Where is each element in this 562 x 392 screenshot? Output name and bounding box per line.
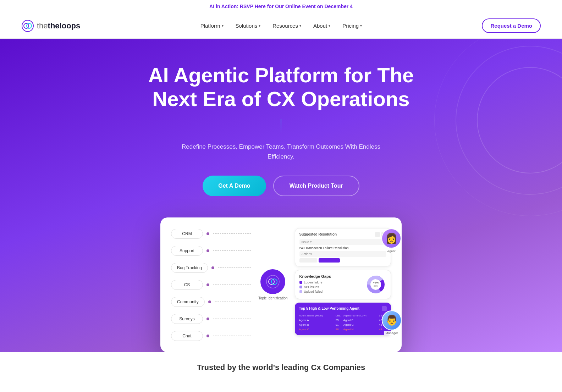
trusted-title: Trusted by the world's leading Cx Compan… [14, 363, 548, 372]
refresh-icon[interactable] [375, 232, 380, 237]
nav-platform[interactable]: Platform ▾ [195, 20, 228, 32]
node-label-chat: Chat [171, 331, 203, 341]
node-dot [206, 335, 209, 337]
resolution-value: 240 Transaction Failure Resolution [299, 246, 386, 250]
performer-card: Top 5 High & Low Performing Agent Agent … [295, 303, 391, 335]
node-line [218, 267, 251, 268]
svg-text:40%: 40% [373, 281, 379, 284]
node-label-bug-tracking: Bug Tracking [171, 263, 208, 273]
hub-icon-circle [260, 269, 285, 294]
table-row-highlight: Agent C88 Agent H48 [299, 327, 387, 332]
banner-prefix: AI in Action: [209, 4, 238, 9]
logo-text: thetheloops [37, 21, 80, 31]
node-line [213, 285, 251, 285]
node-line [213, 336, 251, 336]
resolution-title: Suggested Resolution [299, 232, 337, 236]
logo[interactable]: thetheloops [21, 20, 80, 32]
dashboard-preview: CRM Support Bug Tracking CS [160, 217, 402, 352]
legend-dot [299, 290, 302, 293]
node-line [213, 319, 251, 319]
legend-item-api: API issues [299, 285, 362, 289]
trusted-section: Trusted by the world's leading Cx Compan… [0, 352, 562, 383]
node-label-crm: CRM [171, 229, 203, 239]
legend-item-login: Log-in failure [299, 281, 362, 284]
node-dot [211, 266, 214, 269]
knowledge-title: Knowledge Gaps [299, 274, 362, 278]
agent-avatar: 👩 [381, 228, 401, 248]
hero-section: AI Agentic Platform for The Next Era of … [0, 39, 562, 352]
nav-solutions[interactable]: Solutions ▾ [231, 20, 266, 32]
watch-tour-button[interactable]: Watch Product Tour [273, 176, 359, 196]
node-row-bug-tracking: Bug Tracking [171, 263, 251, 273]
col-agent-high: Agent name (High) [299, 313, 336, 318]
nav-resources[interactable]: Resources ▾ [268, 20, 306, 32]
node-row-crm: CRM [171, 229, 251, 239]
donut-chart: 40% 35% [365, 274, 386, 295]
hero-buttons: Get A Demo Watch Product Tour [203, 176, 359, 196]
deco-circle-3 [434, 39, 562, 216]
chevron-icon: ▾ [329, 24, 330, 28]
legend-item-upload: Upload failed [299, 290, 362, 293]
announcement-banner: AI in Action: RSVP Here for Our Online E… [0, 0, 562, 13]
node-row-community: Community [171, 297, 251, 307]
node-row-support: Support [171, 246, 251, 256]
chevron-icon: ▾ [299, 24, 301, 28]
resolution-header: Suggested Resolution [299, 232, 386, 237]
node-dot [208, 300, 211, 303]
node-dot [206, 249, 209, 252]
table-header-row: Agent name (High) LBL Agent name (Low) L… [299, 313, 387, 318]
node-dot [206, 283, 209, 286]
col-lbl1: LBL [336, 313, 343, 318]
banner-text: RSVP Here for Our Online Event on Decemb… [240, 4, 353, 9]
agent-avatar-container: 👩 Agent [381, 228, 401, 253]
get-demo-button[interactable]: Get A Demo [203, 176, 266, 196]
legend-dot [299, 281, 302, 284]
performer-header: Top 5 High & Low Performing Agent [299, 306, 387, 311]
hub-center: Topic Identification [258, 228, 287, 352]
navbar: thetheloops Platform ▾ Solutions ▾ Resou… [0, 13, 562, 39]
performer-title: Top 5 High & Low Performing Agent [299, 307, 360, 310]
request-demo-button[interactable]: Request a Demo [482, 18, 541, 33]
node-row-chat: Chat [171, 331, 251, 341]
hero-divider [281, 119, 281, 133]
hub-logo-icon [266, 275, 280, 289]
issue-field: Issue # [299, 239, 386, 245]
dashboard-cards: Suggested Resolution Issue # 240 Transac… [295, 228, 391, 352]
node-label-surveys: Surveys [171, 314, 203, 324]
node-row-surveys: Surveys [171, 314, 251, 324]
chevron-icon: ▾ [259, 24, 260, 28]
node-line [215, 302, 252, 302]
nav-pricing[interactable]: Pricing ▾ [337, 20, 367, 32]
integration-nodes: CRM Support Bug Tracking CS [171, 228, 251, 352]
node-dot [206, 318, 209, 320]
node-label-support: Support [171, 246, 203, 256]
col-agent-low: Agent name (Low) [343, 313, 379, 318]
table-row: Agent A95 Agent F42 [299, 318, 387, 322]
agent-label: Agent [386, 249, 397, 253]
performer-table: Agent name (High) LBL Agent name (Low) L… [299, 313, 387, 332]
manager-avatar: 👨 [382, 310, 402, 330]
hero-subtitle: Redefine Processes, Empower Teams, Trans… [175, 142, 387, 161]
node-dot [206, 232, 209, 235]
table-row: Agent B91 Agent G45 [299, 322, 387, 327]
knowledge-info: Knowledge Gaps Log-in failure API issues… [299, 274, 362, 294]
svg-text:35%: 35% [374, 285, 378, 287]
manager-label: Manager [384, 331, 400, 335]
actions-field: Actions [299, 251, 386, 257]
nav-links: Platform ▾ Solutions ▾ Resources ▾ About… [195, 20, 367, 32]
node-row-cs: CS [171, 280, 251, 290]
chevron-icon: ▾ [360, 24, 362, 28]
chevron-icon: ▾ [222, 24, 224, 28]
hero-title: AI Agentic Platform for The Next Era of … [139, 64, 423, 111]
manager-avatar-container: 👨 Manager [382, 310, 402, 335]
logo-icon [21, 20, 34, 32]
legend-dot [299, 286, 302, 288]
banner-link[interactable]: AI in Action: RSVP Here for Our Online E… [209, 4, 353, 9]
hub-label: Topic Identification [258, 296, 287, 300]
nav-about[interactable]: About ▾ [308, 20, 335, 32]
node-label-community: Community [171, 297, 205, 307]
node-line [213, 250, 251, 251]
node-line [213, 233, 251, 234]
resolution-card: Suggested Resolution Issue # 240 Transac… [295, 228, 391, 266]
node-label-cs: CS [171, 280, 203, 290]
